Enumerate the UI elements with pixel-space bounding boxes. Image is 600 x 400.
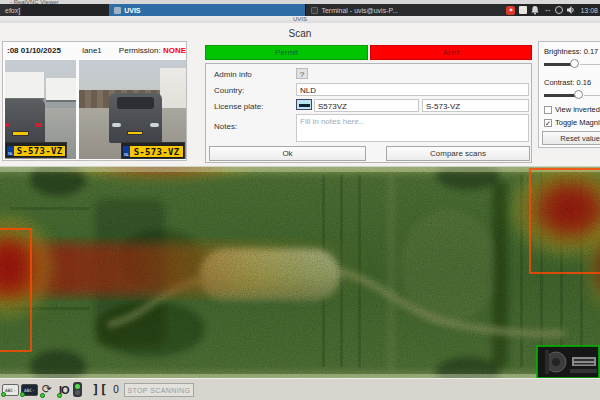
scan-tab-header: Scan [0,23,600,40]
notes-tray-icon[interactable] [519,6,527,14]
barrier-icon[interactable]: ][ [92,382,108,397]
tray-clock: 13:08 [580,7,598,14]
permission-label: Permission: [119,46,161,55]
headlight [150,123,159,127]
headlight [112,123,121,127]
license-plate-label: License plate: [214,102,263,111]
scan-counter: 0 [113,384,119,395]
brightness-slider[interactable] [544,59,600,68]
stop-scanning-button[interactable]: STOP SCANNING [124,383,194,397]
status-dot-green [57,393,62,398]
network-arrows-icon[interactable]: ↔ [543,5,551,15]
plate-text: S-573-VZ [14,146,65,156]
plate-text: S-573-VZ [130,147,183,157]
magnifier-inset[interactable] [537,346,599,378]
desktop-taskbar: efox] UVIS Terminal - uvis@uvis-P... ✶ ↔… [0,4,600,16]
car-front-view [109,93,163,143]
notes-label: Notes: [214,122,237,131]
status-row: :08 01/10/2025 lane1 Permission: NONE [3,42,186,59]
taskbar-item-terminal[interactable]: Terminal - uvis@uvis-P... [305,4,506,16]
reset-values-button[interactable]: Reset values [542,131,600,145]
country-input[interactable]: NLD [296,83,529,96]
windshield [117,97,154,109]
display-settings-panel: Brightness: 0.17 Contrast: 0.16 View inv… [538,41,600,148]
car-plate-small [127,131,143,135]
vehicle-photo-front[interactable]: NL S-573-VZ [79,60,186,159]
contrast-slider-thumb[interactable] [574,90,583,99]
app-titlebar: UVIS [0,16,600,23]
device-status-toolbar: ABC-12 ABC-12 ⟳ IO ][ 0 STOP SCANNING [0,378,600,400]
app-title-text: UVIS [293,16,307,22]
taskbar-item-firefox[interactable]: efox] [0,4,21,16]
ok-button[interactable]: Ok [209,146,366,161]
status-dot-green [40,393,45,398]
view-inverted-label: View inverted [555,105,600,114]
undercarriage-scan-view[interactable] [0,166,600,378]
slider-track-filled [544,94,578,97]
scan-tab-label: Scan [289,28,312,39]
lpr-camera-2-icon[interactable]: ABC-12 [21,384,38,396]
vehicle-info-panel: :08 01/10/2025 lane1 Permission: NONE NL… [2,41,187,161]
permission-value: NONE [163,46,186,55]
notes-textarea[interactable]: Fill in notes here.. [296,114,529,142]
uvis-window-icon [114,7,121,14]
eu-strip: NL [7,146,14,156]
toggle-magnifier-checkbox[interactable]: ✓ [544,119,552,127]
scanner-camera-icon[interactable]: ⟳ [42,383,56,396]
admin-info-label: Admin info [214,70,252,79]
warehouse-building [5,72,44,100]
license-plate-input[interactable]: S573VZ [314,99,419,112]
taillight [5,123,9,127]
terminal-icon [311,7,318,14]
brightness-value: 0.17 [584,47,599,56]
country-label: Country: [214,86,244,95]
lane-label: lane1 [82,46,119,55]
bell-icon[interactable] [531,6,539,15]
taskbar-firefox-label: efox] [5,7,20,14]
car-rear-view [5,99,45,145]
car-plate-small [12,131,29,136]
permit-button[interactable]: Permit [205,45,368,60]
status-dot-green [1,392,6,397]
traffic-light-icon[interactable] [73,382,82,397]
plate-thumbnail-icon[interactable] [296,99,312,110]
view-inverted-row[interactable]: View inverted [544,105,600,114]
admin-info-help-button[interactable]: ? [296,68,308,79]
license-plate-normalized[interactable]: S-573-VZ [422,99,529,112]
taillight [35,123,42,127]
alert-button[interactable]: Alert [370,45,532,60]
scan-form-panel: Admin info ? Country: NLD License plate:… [205,63,532,163]
slider-track-empty [584,95,600,97]
vehicle-photo-rear[interactable]: NL S-573-VZ [5,60,76,159]
view-inverted-checkbox[interactable] [544,106,552,114]
toggle-magnifier-label: Toggle Magnifier [555,118,600,127]
brightness-label: Brightness: 0.17 [544,47,598,56]
io-module-icon[interactable]: IO [59,384,69,396]
taskbar-item-uvis[interactable]: UVIS [109,4,305,16]
speaker-icon[interactable] [567,6,576,14]
lpr-plate-crop-front: NL S-573-VZ [122,143,184,158]
lpr-camera-1-icon[interactable]: ABC-12 [2,384,19,396]
notification-badge-icon[interactable]: ✶ [506,6,515,15]
contrast-label: Contrast: 0.16 [544,78,591,87]
update-icon[interactable] [555,6,563,14]
toggle-magnifier-row[interactable]: ✓ Toggle Magnifier [544,118,600,127]
taskbar-terminal-label: Terminal - uvis@uvis-P... [321,7,398,14]
warehouse-building [46,78,76,102]
contrast-value: 0.16 [577,78,592,87]
scan-heatmap-image [0,167,600,379]
eu-strip: NL [123,146,130,157]
system-tray: ✶ ↔ 13:08 [506,4,600,16]
taskbar-uvis-label: UVIS [124,7,140,14]
brightness-slider-thumb[interactable] [570,59,579,68]
contrast-slider[interactable] [544,90,600,99]
scan-datetime: :08 01/10/2025 [7,46,82,55]
status-dot-green [20,392,25,397]
compare-scans-button[interactable]: Compare scans [386,146,530,161]
lpr-plate-crop-rear: NL S-573-VZ [6,143,66,157]
slider-track-empty [580,64,600,66]
